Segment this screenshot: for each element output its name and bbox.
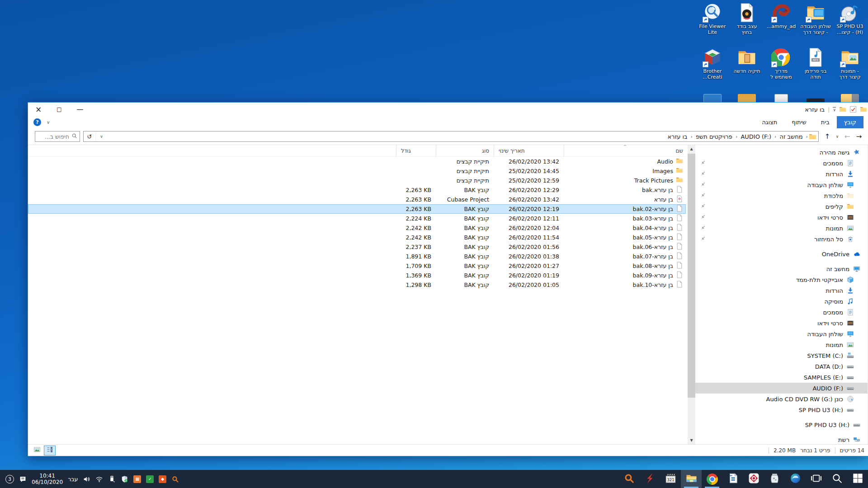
tab-שיתוף[interactable]: שיתוף xyxy=(784,116,814,128)
sidebar-item-downloads[interactable]: הורדות xyxy=(695,169,868,179)
action-center-icon[interactable] xyxy=(19,475,27,483)
sidebar-item-music[interactable]: מוסיקה xyxy=(695,296,868,307)
sidebar-item-pictures-2[interactable]: תמונות xyxy=(695,339,868,350)
table-row[interactable]: בן עזרא-05.bak26/02/2020 11:54קובץ BAK2,… xyxy=(28,233,686,242)
breadcrumb-item[interactable]: פרויקטים תשפ xyxy=(693,133,735,140)
desktop-icon-folder-partial[interactable] xyxy=(730,92,764,102)
desktop-icon-new-folder[interactable]: תיקיה חדשה xyxy=(730,47,764,92)
scroll-down-icon[interactable]: ▼ xyxy=(688,436,695,444)
help-icon[interactable]: ? xyxy=(33,118,41,126)
desktop-icon-bnei-fridman[interactable]: MP3בני פרידמןתודה xyxy=(798,47,833,92)
desktop-icon-sp-phd-u3[interactable]: SP PHD U3(H) - קיצו... xyxy=(833,3,867,47)
table-row[interactable]: בן עזרא-06.bak26/02/2020 01:56קובץ BAK2,… xyxy=(28,242,686,252)
desktop-icon-ammyy-admin[interactable]: ammy_ad... xyxy=(764,3,798,47)
qat-customize-icon[interactable]: ∨ xyxy=(833,107,836,112)
sidebar-item-pictures[interactable]: תמונות xyxy=(695,223,868,234)
taskbar-task-view-button[interactable] xyxy=(806,470,826,488)
taskbar-jar-app-button[interactable] xyxy=(764,470,785,488)
taskbar-edge-button[interactable] xyxy=(785,470,806,488)
table-row[interactable]: Images25/02/2020 14:45תיקיית קבצים xyxy=(28,166,686,176)
recent-locations-icon[interactable]: ∨ xyxy=(834,131,841,142)
sidebar-item-desktop[interactable]: שולחן העבודה xyxy=(695,179,868,190)
table-row[interactable]: בן עזרא-07.bak26/02/2020 01:38קובץ BAK1,… xyxy=(28,252,686,261)
taskbar-media-player-classic-button[interactable]: 321 xyxy=(660,470,681,488)
back-button[interactable]: → xyxy=(854,131,864,142)
breadcrumb-item[interactable]: AUDIO (F:) xyxy=(738,133,774,140)
ribbon-expand-icon[interactable]: ∨ xyxy=(47,120,50,125)
desktop-icon-brother-creative[interactable]: BrotherCreati... xyxy=(695,47,730,92)
taskbar-cubase-button[interactable] xyxy=(743,470,764,488)
sidebar-item-downloads-2[interactable]: הורדות xyxy=(695,285,868,296)
sidebar-item-onedrive[interactable]: OneDrive xyxy=(695,249,868,259)
table-row[interactable]: בן עזרא-02.bak26/02/2020 12:19קובץ BAK2,… xyxy=(28,204,686,214)
sidebar-item-recycle-bin[interactable]: סל המיחזור xyxy=(695,234,868,244)
breadcrumb-item[interactable]: מחשב זה xyxy=(777,133,805,140)
scroll-up-icon[interactable]: ▲ xyxy=(688,145,695,153)
address-dropdown-icon[interactable]: ∨ xyxy=(95,131,107,141)
thumbnail-view-button[interactable] xyxy=(32,446,42,455)
folder-icon[interactable] xyxy=(860,106,867,113)
table-row[interactable]: בן עזרא26/02/2020 13:42Cubase Project2,2… xyxy=(28,195,686,204)
address-bar[interactable]: ↺ ∨ ‹מחשב זה‹AUDIO (F:)‹פרויקטים תשפ‹בו … xyxy=(83,131,819,142)
sidebar-item-this-pc[interactable]: מחשב זה xyxy=(695,263,868,274)
sidebar-item-drive-h[interactable]: SP PHD U3 (H:) xyxy=(695,404,868,415)
table-row[interactable]: Track Pictures25/02/2020 12:59תיקיית קבצ… xyxy=(28,176,686,185)
scroll-thumb[interactable] xyxy=(688,154,695,398)
sidebar-item-videos-2[interactable]: סרטי וידאו xyxy=(695,318,868,328)
tray-app-red-icon[interactable]: ◆ xyxy=(159,475,166,483)
desktop-icon-single-design[interactable]: עצב בודדבחוץ xyxy=(730,3,764,47)
forward-button[interactable]: ← xyxy=(842,131,853,142)
desktop-icon-brother-printer-partial[interactable] xyxy=(695,92,730,102)
column-header-3[interactable]: גודל xyxy=(396,145,436,156)
tab-תצוגה[interactable]: תצוגה xyxy=(755,116,785,128)
table-row[interactable]: בן עזרא-10.bak26/02/2020 01:05קובץ BAK1,… xyxy=(28,280,686,290)
column-header-2[interactable]: סוג xyxy=(436,145,494,156)
details-view-button[interactable] xyxy=(44,446,55,455)
sidebar-item-3d-objects[interactable]: אובייקטי תלת-ממד xyxy=(695,274,868,285)
properties-icon[interactable] xyxy=(849,106,857,113)
sidebar-item-videos[interactable]: סרטי וידאו xyxy=(695,212,868,223)
taskbar-pinned-search-app-button[interactable] xyxy=(618,470,639,488)
sidebar-item-device-h[interactable]: SP PHD U3 (H:) xyxy=(695,419,868,430)
minimize-button[interactable]: — xyxy=(70,103,90,116)
table-row[interactable]: Audio26/02/2020 13:42תיקיית קבצים xyxy=(28,157,686,166)
sidebar-item-quick-access[interactable]: גישה מהירה xyxy=(695,147,868,158)
up-button[interactable]: ↑ xyxy=(822,131,833,142)
defender-icon[interactable] xyxy=(121,475,128,483)
wifi-icon[interactable] xyxy=(95,475,103,483)
refresh-icon[interactable]: ↺ xyxy=(84,131,95,141)
taskbar-file-explorer-button[interactable] xyxy=(681,470,702,488)
breadcrumb-chevron-icon[interactable]: ‹ xyxy=(690,134,692,140)
tray-search-icon[interactable] xyxy=(171,475,179,483)
sidebar-item-drive-g[interactable]: כונן Audio CD DVD RW (G:) xyxy=(695,394,868,404)
table-row[interactable]: בן עזרא-08.bak26/02/2020 01:27קובץ BAK1,… xyxy=(28,261,686,271)
sidebar-item-drive-c[interactable]: SYSTEM (C:) xyxy=(695,350,868,361)
desktop-icon-pictures-shortcut[interactable]: - תמונותקיצור דרך xyxy=(833,47,867,92)
desktop-icon-device-partial[interactable] xyxy=(798,92,833,102)
desktop-icon-user-guide[interactable]: מדריךמשתמש ל xyxy=(764,47,798,92)
new-folder-icon[interactable] xyxy=(839,106,846,113)
sidebar-item-drive-f[interactable]: AUDIO (F:) xyxy=(695,383,868,394)
search-input[interactable]: חיפוש ב... xyxy=(35,131,80,142)
taskbar-red-s-app-button[interactable] xyxy=(639,470,660,488)
desktop-icon-document-partial[interactable] xyxy=(764,92,798,102)
sidebar-item-clips[interactable]: קליפים xyxy=(695,201,868,212)
tab-קובץ[interactable]: קובץ xyxy=(837,116,863,128)
taskbar-search-button[interactable] xyxy=(826,470,847,488)
desktop-icon-desktop-folder[interactable]: שולחן העבודה- קיצור דרך xyxy=(798,3,833,47)
maximize-button[interactable]: □ xyxy=(49,103,70,116)
sidebar-item-network[interactable]: רשת xyxy=(695,434,868,444)
desktop-icon-file-viewer-lite[interactable]: File ViewerLite xyxy=(695,3,730,47)
close-button[interactable]: × xyxy=(28,103,49,116)
breadcrumb-chevron-icon[interactable]: ‹ xyxy=(806,134,808,140)
tray-app-green-icon[interactable]: ✓ xyxy=(146,475,154,483)
tray-app-orange-icon[interactable]: ▦ xyxy=(133,475,141,483)
scroll-track[interactable] xyxy=(688,153,695,436)
usb-icon[interactable] xyxy=(108,475,116,483)
taskbar-start-button[interactable] xyxy=(847,470,868,488)
taskbar-clock[interactable]: 10:41 06/10/2020 xyxy=(32,473,63,485)
taskbar-word-document-button[interactable] xyxy=(722,470,743,488)
table-row[interactable]: בן עזרא-09.bak26/02/2020 01:19קובץ BAK1,… xyxy=(28,271,686,280)
scrollbar[interactable]: ▲ ▼ xyxy=(688,145,695,444)
sidebar-item-malkodet[interactable]: מלכודת xyxy=(695,190,868,201)
